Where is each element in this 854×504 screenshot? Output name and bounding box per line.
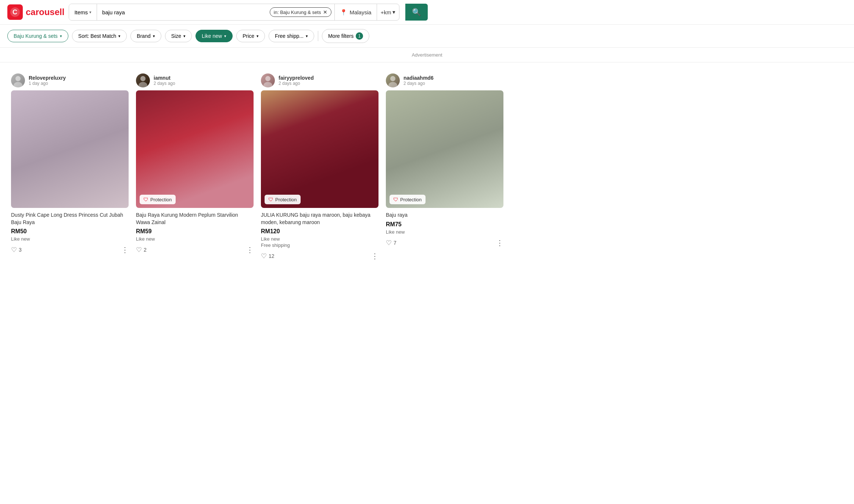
svg-text:C: C [12, 8, 17, 16]
filter-sort-button[interactable]: Sort: Best Match ▾ [72, 30, 127, 42]
advertisement-bar: Advertisement [0, 48, 854, 62]
filter-size-button[interactable]: Size ▾ [165, 30, 192, 42]
avatar [386, 73, 400, 87]
filter-condition-button[interactable]: Like new ▾ [195, 30, 233, 42]
filter-category-chevron-icon: ▾ [60, 34, 62, 39]
product-actions: ♡ 12 ⋮ [261, 252, 378, 260]
filter-shipping-button[interactable]: Free shipp... ▾ [269, 30, 314, 42]
product-image [11, 90, 129, 208]
filter-brand-label: Brand [137, 33, 150, 39]
filter-shipping-label: Free shipp... [275, 33, 304, 39]
product-condition: Like new [261, 236, 378, 242]
like-area[interactable]: ♡ 3 [11, 246, 22, 254]
product-actions: ♡ 3 ⋮ [11, 245, 129, 254]
more-options-icon[interactable]: ⋮ [121, 245, 129, 254]
product-actions: ♡ 7 ⋮ [386, 238, 503, 247]
seller-info: iamnut 2 days ago [136, 73, 254, 87]
product-actions: ♡ 2 ⋮ [136, 245, 254, 254]
product-price: RM50 [11, 228, 129, 235]
seller-details: Relovepreluxry 1 day ago [29, 75, 66, 86]
like-count: 12 [269, 253, 274, 259]
like-area[interactable]: ♡ 12 [261, 252, 274, 260]
seller-name: nadiaahmd6 [403, 75, 434, 81]
filter-sort-chevron-icon: ▾ [118, 34, 121, 39]
search-button[interactable]: 🔍 [405, 4, 428, 21]
advertisement-label: Advertisement [412, 52, 442, 58]
filter-divider [318, 31, 318, 41]
distance-chevron-icon: ▾ [392, 9, 395, 15]
product-title: Baju Raya Kurung Modern Peplum Starvilio… [136, 212, 254, 226]
avatar [136, 73, 150, 87]
search-filter-tag[interactable]: in: Baju Kurung & sets ✕ [270, 7, 332, 17]
product-image-inner [386, 90, 503, 208]
protection-badge: 🛡 Protection [265, 195, 301, 204]
seller-name: fairyypreloved [279, 75, 314, 81]
like-area[interactable]: ♡ 7 [386, 239, 396, 247]
carousell-logo-icon: C [7, 4, 23, 20]
protection-badge: 🛡 Protection [140, 195, 176, 204]
more-filters-badge: 1 [356, 32, 363, 40]
search-type-chevron-icon: ▾ [89, 10, 92, 15]
filter-price-button[interactable]: Price ▾ [236, 30, 265, 42]
heart-icon: ♡ [261, 252, 267, 260]
protection-shield-icon: 🛡 [393, 197, 398, 202]
product-price: RM120 [261, 228, 378, 235]
product-image-inner [136, 90, 254, 208]
product-card[interactable]: iamnut 2 days ago 🛡 Protection Baju Raya… [132, 70, 257, 264]
filter-size-label: Size [171, 33, 181, 39]
heart-icon: ♡ [386, 239, 392, 247]
filter-shipping-chevron-icon: ▾ [306, 34, 308, 39]
avatar [261, 73, 275, 87]
product-card[interactable]: fairyypreloved 2 days ago 🛡 Protection J… [257, 70, 382, 264]
seller-info: Relovepreluxry 1 day ago [11, 73, 129, 87]
search-type-button[interactable]: Items ▾ [69, 4, 97, 20]
filter-size-chevron-icon: ▾ [183, 34, 186, 39]
svg-point-9 [388, 82, 397, 87]
product-card[interactable]: Relovepreluxry 1 day ago Dusty Pink Cape… [7, 70, 132, 264]
more-options-icon[interactable]: ⋮ [496, 238, 503, 247]
more-options-icon[interactable]: ⋮ [371, 252, 378, 260]
avatar [11, 73, 25, 87]
filter-tag-close-icon[interactable]: ✕ [323, 9, 327, 15]
product-shipping: Free shipping [261, 242, 378, 248]
like-area[interactable]: ♡ 2 [136, 246, 147, 254]
more-filters-label: More filters [328, 33, 354, 39]
product-card[interactable]: nadiaahmd6 2 days ago 🛡 Protection Baju … [382, 70, 507, 264]
svg-point-3 [14, 82, 22, 87]
protection-label: Protection [275, 197, 297, 202]
distance-selector[interactable]: +km ▾ [377, 4, 399, 20]
like-count: 7 [394, 240, 396, 246]
seller-info: nadiaahmd6 2 days ago [386, 73, 503, 87]
product-condition: Like new [11, 236, 129, 242]
filter-bar: Baju Kurung & sets ▾ Sort: Best Match ▾ … [0, 25, 854, 48]
more-filters-button[interactable]: More filters 1 [322, 29, 369, 43]
filter-category-button[interactable]: Baju Kurung & sets ▾ [7, 30, 68, 42]
filter-brand-button[interactable]: Brand ▾ [130, 30, 161, 42]
seller-details: nadiaahmd6 2 days ago [403, 75, 434, 86]
heart-icon: ♡ [136, 246, 142, 254]
svg-point-2 [15, 76, 21, 81]
like-count: 3 [19, 247, 22, 253]
heart-icon: ♡ [11, 246, 17, 254]
more-options-icon[interactable]: ⋮ [246, 245, 254, 254]
protection-badge: 🛡 Protection [390, 195, 426, 204]
search-input[interactable] [97, 4, 270, 20]
seller-info: fairyypreloved 2 days ago [261, 73, 378, 87]
like-count: 2 [144, 247, 147, 253]
svg-point-4 [140, 76, 146, 81]
svg-point-8 [390, 76, 395, 81]
product-price: RM75 [386, 221, 503, 228]
filter-condition-chevron-icon: ▾ [224, 34, 226, 39]
location-text: Malaysia [349, 9, 371, 15]
product-image: 🛡 Protection [136, 90, 254, 208]
product-image: 🛡 Protection [261, 90, 378, 208]
product-image: 🛡 Protection [386, 90, 503, 208]
product-image-inner [261, 90, 378, 208]
seller-time: 2 days ago [279, 81, 314, 86]
product-title: Dusty Pink Cape Long Dress Princess Cut … [11, 212, 129, 226]
search-bar: Items ▾ in: Baju Kurung & sets ✕ 📍 Malay… [69, 4, 399, 21]
product-price: RM59 [136, 228, 254, 235]
product-title: Baju raya [386, 212, 503, 219]
location-pin-icon: 📍 [340, 9, 347, 16]
seller-time: 1 day ago [29, 81, 66, 86]
